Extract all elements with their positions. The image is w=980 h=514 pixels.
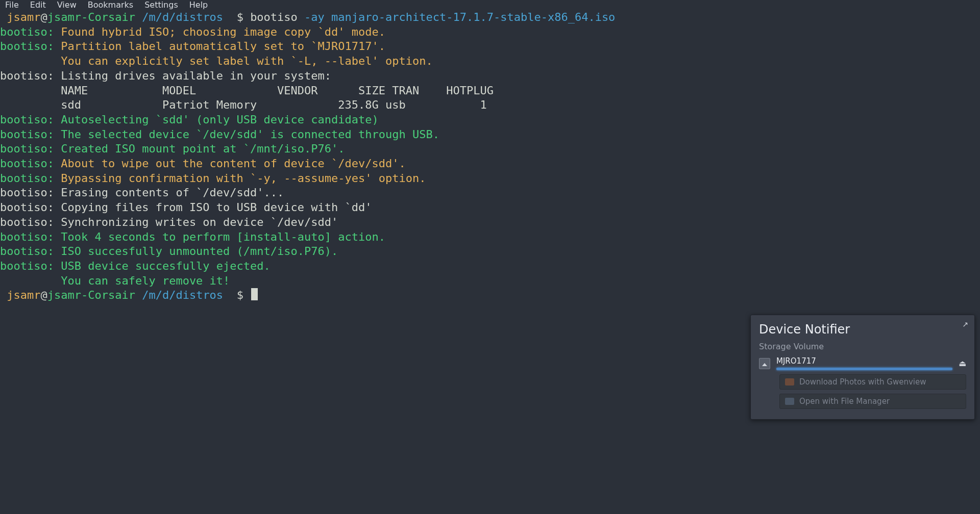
device-row[interactable]: MJRO1717 ⏏: [759, 356, 966, 370]
terminal-line: NAME MODEL VENDOR SIZE TRAN HOTPLUG: [0, 84, 980, 98]
terminal-line: bootiso: Partition label automatically s…: [0, 39, 980, 54]
terminal-line: bootiso: Synchronizing writes on device …: [0, 215, 980, 230]
terminal-line: bootiso: The selected device `/dev/sdd' …: [0, 127, 980, 142]
menu-bookmarks[interactable]: Bookmarks: [88, 0, 133, 10]
terminal-line: bootiso: Autoselecting `sdd' (only USB d…: [0, 113, 980, 127]
terminal-line: bootiso: Erasing contents of `/dev/sdd'.…: [0, 186, 980, 200]
terminal-line: bootiso: About to wipe out the content o…: [0, 157, 980, 171]
terminal-line: sdd Patriot Memory 235.8G usb 1: [0, 98, 980, 113]
action-label: Download Photos with Gwenview: [799, 377, 926, 387]
terminal-line: bootiso: USB device succesfully ejected.: [0, 259, 980, 274]
terminal-line: bootiso: Found hybrid ISO; choosing imag…: [0, 25, 980, 40]
device-name: MJRO1717: [776, 356, 952, 366]
photos-app-icon: [785, 378, 794, 386]
terminal-line: bootiso: ISO succesfully unmounted (/mnt…: [0, 244, 980, 259]
menu-settings[interactable]: Settings: [144, 0, 178, 10]
eject-icon[interactable]: ⏏: [959, 358, 966, 368]
terminal-line: bootiso: Listing drives available in you…: [0, 69, 980, 84]
notifier-subtitle: Storage Volume: [759, 342, 966, 351]
menu-help[interactable]: Help: [189, 0, 208, 10]
menu-edit[interactable]: Edit: [30, 0, 46, 10]
terminal-line: bootiso: Took 4 seconds to perform [inst…: [0, 230, 980, 245]
terminal[interactable]: jsamr@jsamr-Corsair /m/d/distros $ booti…: [0, 9, 980, 303]
terminal-line: You can explicitly set label with `-L, -…: [0, 54, 980, 69]
menu-view[interactable]: View: [57, 0, 77, 10]
device-usage-bar: [776, 368, 952, 370]
device-notifier-popup: ↗ Device Notifier Storage Volume MJRO171…: [750, 315, 975, 420]
drive-icon: [759, 358, 770, 369]
action-download-photos[interactable]: Download Photos with Gwenview: [779, 374, 966, 390]
terminal-line: bootiso: Created ISO mount point at `/mn…: [0, 142, 980, 157]
terminal-line: bootiso: Bypassing confirmation with `-y…: [0, 171, 980, 186]
notifier-title: Device Notifier: [759, 322, 966, 337]
pin-icon[interactable]: ↗: [962, 320, 968, 328]
terminal-line: bootiso: Copying files from ISO to USB d…: [0, 200, 980, 215]
action-open-file-manager[interactable]: Open with File Manager: [779, 394, 966, 409]
cursor: [251, 288, 258, 300]
action-label: Open with File Manager: [799, 397, 890, 406]
menu-file[interactable]: File: [5, 0, 19, 10]
prompt-line: jsamr@jsamr-Corsair /m/d/distros $ booti…: [0, 10, 980, 25]
prompt-line: jsamr@jsamr-Corsair /m/d/distros $: [0, 288, 980, 303]
terminal-line: You can safely remove it!: [0, 274, 980, 289]
menubar: File Edit View Bookmarks Settings Help: [0, 0, 980, 9]
folder-icon: [785, 398, 794, 405]
